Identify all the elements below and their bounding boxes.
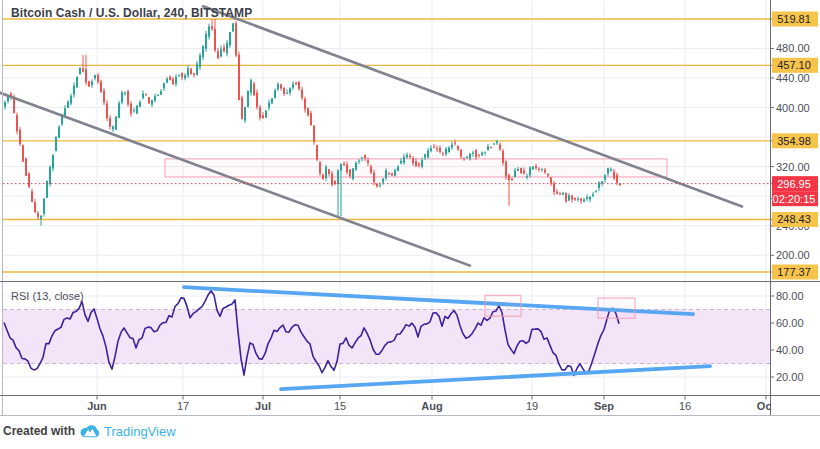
candle-body (94, 75, 96, 78)
candle-body (337, 170, 339, 184)
candle-body (70, 96, 72, 104)
candle-body (157, 95, 159, 96)
candle-body (211, 26, 213, 29)
candle-body (595, 191, 597, 192)
candle-body (565, 193, 567, 201)
rsi-trendline[interactable] (281, 366, 710, 389)
candle-body (22, 145, 24, 161)
candle-body (529, 167, 531, 175)
price-axis-label: 40.00 (776, 344, 804, 356)
candle-body (346, 165, 348, 173)
candle-body (472, 152, 474, 153)
price-trendline[interactable] (0, 93, 470, 266)
candle-body (550, 177, 552, 183)
candle-body (484, 152, 486, 153)
candle-body (430, 148, 432, 151)
candle-body (352, 168, 354, 179)
candle-body (448, 148, 450, 153)
candle-body (58, 127, 60, 138)
candle-body (184, 75, 186, 78)
candle-body (514, 170, 516, 177)
time-axis-label: 16 (679, 400, 691, 412)
candle-body (148, 97, 150, 103)
candle-body (235, 23, 237, 55)
tradingview-chart: Jun17Jul15Aug19Sep16Oct480.00440.00400.0… (0, 0, 820, 449)
candle-body (286, 93, 288, 94)
candle-body (190, 69, 192, 75)
candle-body (592, 194, 594, 196)
candle-body (343, 164, 345, 165)
rsi-band (3, 310, 770, 364)
candle-body (172, 79, 174, 84)
candle-body (331, 174, 333, 185)
rsi-highlight-rect[interactable] (598, 298, 635, 318)
candle-body (55, 137, 57, 151)
tradingview-logo-icon[interactable] (79, 424, 100, 438)
candle-body (571, 195, 573, 199)
candle-body (142, 94, 144, 99)
candle-body (223, 47, 225, 51)
price-axis[interactable]: 480.00440.00400.00320.00240.00200.0080.0… (770, 12, 818, 384)
candle-body (163, 83, 165, 88)
candle-body (304, 99, 306, 110)
price-pane[interactable] (0, 6, 770, 272)
candle-body (439, 148, 441, 152)
candle-body (124, 92, 126, 93)
candle-body (241, 97, 243, 118)
candle-body (313, 126, 315, 142)
candle-body (232, 23, 234, 31)
candle-body (181, 73, 183, 77)
candle-body (277, 84, 279, 89)
candle-body (316, 145, 318, 160)
candle-body (385, 170, 387, 178)
time-axis[interactable]: Jun17Jul15Aug19Sep16Oct (87, 396, 775, 412)
candle-body (214, 29, 216, 51)
candle-body (106, 103, 108, 118)
candle-body (358, 161, 360, 162)
candle-body (475, 150, 477, 157)
candle-body (121, 92, 123, 102)
candle-body (502, 151, 504, 163)
candle-body (508, 175, 510, 180)
candle-body (580, 198, 582, 201)
price-axis-label: 80.00 (776, 290, 804, 302)
candle-body (481, 153, 483, 156)
candle-body (217, 51, 219, 58)
rsi-highlight-rect[interactable] (485, 295, 521, 316)
price-axis-label: 440.00 (776, 72, 810, 84)
candle-body (493, 143, 495, 144)
candle-body (136, 106, 138, 114)
candle-body (34, 202, 36, 212)
candle-body (607, 168, 609, 173)
candle-body (199, 55, 201, 67)
candle-body (97, 75, 99, 82)
candle-body (49, 167, 51, 184)
time-axis-label: Jul (255, 400, 271, 412)
candle-body (250, 80, 252, 92)
tradingview-brand-link[interactable]: TradingView (104, 424, 176, 439)
candle-body (28, 173, 30, 187)
candle-body (556, 192, 558, 194)
candle-body (16, 115, 18, 131)
candle-body (112, 127, 114, 130)
candle-body (229, 32, 231, 45)
price-axis-label: 480.00 (776, 42, 810, 54)
candle-body (208, 26, 210, 36)
candle-body (451, 145, 453, 148)
candle-body (307, 108, 309, 115)
candle-body (325, 167, 327, 178)
candle-body (253, 84, 255, 96)
chart-canvas[interactable]: Jun17Jul15Aug19Sep16Oct480.00440.00400.0… (0, 0, 820, 449)
candle-body (415, 161, 417, 166)
candle-body (265, 111, 267, 118)
candle-body (268, 102, 270, 107)
candle-body (25, 158, 27, 175)
rsi-pane[interactable] (3, 287, 770, 389)
candle-body (103, 91, 105, 103)
candle-body (82, 68, 84, 71)
candle-body (553, 183, 555, 192)
candle-body (154, 96, 156, 101)
candle-body (76, 77, 78, 87)
candle-body (406, 155, 408, 158)
price-axis-label: 320.00 (776, 161, 810, 173)
